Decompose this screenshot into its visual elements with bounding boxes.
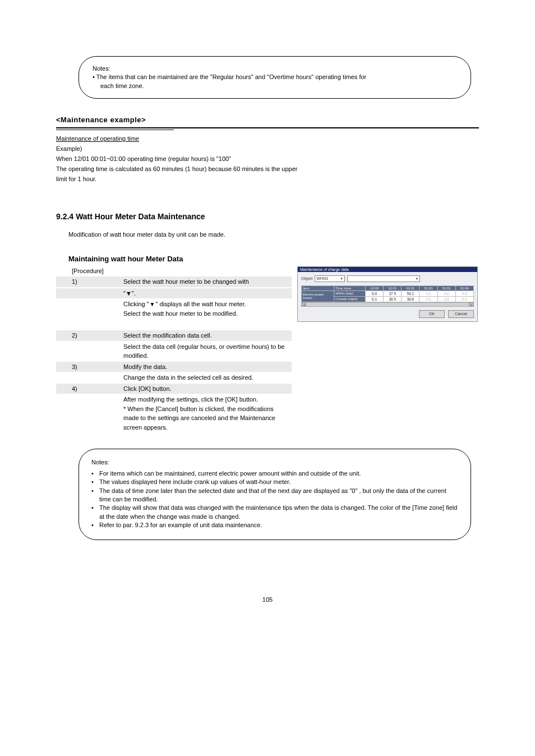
row-left2-0: Within (day) xyxy=(334,291,366,296)
notes-top-line1: • The items that can be maintained are t… xyxy=(93,73,457,81)
row-left-0: Electric power (case) xyxy=(302,291,334,302)
data-cell[interactable]: 0.0 xyxy=(419,296,437,302)
data-cell[interactable]: 0.0 xyxy=(437,296,455,302)
maintenance-example-line4: limit for 1 hour. xyxy=(56,175,479,184)
dialog-screenshot: Maintenance of charge data Object WHM1▼ … xyxy=(297,266,478,322)
data-cell[interactable]: 0.0 xyxy=(455,296,473,302)
step-4-heading: 4) Click [OK] button. xyxy=(56,384,292,394)
step-2-number: 2) xyxy=(56,331,123,340)
dialog-window: Maintenance of charge data Object WHM1▼ … xyxy=(297,266,478,322)
scroll-right-icon[interactable]: ▸ xyxy=(469,303,473,306)
section-title: Watt Hour Meter Data Maintenance xyxy=(76,212,205,221)
object-select[interactable]: WHM1▼ xyxy=(315,275,345,282)
step-3-number: 3) xyxy=(56,362,123,372)
maintenance-example-line1: Example) xyxy=(56,145,479,154)
notes-heading: Notes: xyxy=(93,64,457,73)
col-item: Item xyxy=(302,285,334,291)
table-row: Electric power (case) Within (day) 0.0 3… xyxy=(302,291,474,296)
step-3-text: Modify the data. xyxy=(123,362,292,372)
chevron-down-icon: ▼ xyxy=(415,277,418,280)
col-t1: 12:01 xyxy=(384,285,402,291)
notes-list: •For items which can be maintained, curr… xyxy=(91,469,458,530)
notes-item: •The data of time zone later than the se… xyxy=(91,487,458,504)
maintenance-example-title: Maintenance of operating time xyxy=(56,135,479,144)
object-select-2[interactable]: ▼ xyxy=(347,275,420,282)
col-t4: 01:01 xyxy=(437,285,455,291)
col-t0: 12:00 xyxy=(366,285,384,291)
data-cell[interactable]: 37.5 xyxy=(384,291,402,296)
dialog-titlebar: Maintenance of charge data xyxy=(298,267,477,272)
step-1-tri1: "▼". xyxy=(123,290,136,297)
step-4-line4: made to the settings are canceled and th… xyxy=(56,413,292,423)
notes-bottom-bubble: Notes: •For items which can be maintaine… xyxy=(79,449,471,540)
step-4-text: Click [OK] button. xyxy=(123,384,292,394)
step-1-line2: Clicking "▼" displays all the watt hour … xyxy=(56,299,292,309)
row-left2-1: Outside (night) xyxy=(334,296,366,302)
data-cell[interactable]: 0.1 xyxy=(366,296,384,302)
step-4-number: 4) xyxy=(56,384,123,394)
col-timezone: Time zone xyxy=(334,285,366,291)
page-root: Notes: • The items that can be maintaine… xyxy=(0,0,535,625)
chevron-down-icon: ▼ xyxy=(340,277,343,280)
step-1-heading-cont: "▼". xyxy=(56,288,292,299)
procedure-steps: [Procedure] 1) Select the watt hour mete… xyxy=(56,266,292,432)
maintenance-example-line3: The operating time is calculated as 60 m… xyxy=(56,165,479,174)
separator-thick xyxy=(56,127,479,128)
step-4-line5: screen appears. xyxy=(56,423,292,432)
step-4-line3: * When the [Cancel] button is clicked, t… xyxy=(56,404,292,414)
maintenance-example-block: Maintenance of operating time Example) W… xyxy=(56,135,479,184)
page-number: 105 xyxy=(56,596,479,603)
col-t3: 01:20 xyxy=(419,285,437,291)
step-3-line2: Change the data in the selected cell as … xyxy=(56,373,292,382)
table-header-row: Item Time zone 12:00 12:01 01:01 01:20 0… xyxy=(302,285,474,291)
section-number: 9.2.4 xyxy=(56,212,73,221)
data-cell[interactable]: 56.1 xyxy=(402,291,419,296)
step-3-heading: 3) Modify the data. xyxy=(56,362,292,372)
step-4-line2: After modifying the settings, click the … xyxy=(56,395,292,404)
dropdown-icon: ▼ xyxy=(149,300,155,308)
object-label: Object xyxy=(301,276,312,280)
separator-underline xyxy=(56,130,174,130)
step-2-text: Select the modification data cell. xyxy=(123,331,292,340)
data-cell[interactable]: 0.0 xyxy=(437,291,455,296)
ok-button[interactable]: OK xyxy=(419,310,445,318)
notes-item: •Refer to par. 9.2.3 for an example of u… xyxy=(91,521,458,529)
scroll-left-icon[interactable]: ◂ xyxy=(302,303,306,306)
maintenance-example-line2: When 12/01 00:01~01:00 operating time (r… xyxy=(56,155,479,164)
cancel-button[interactable]: Cancel xyxy=(448,310,474,318)
procedure-wrap: [Procedure] 1) Select the watt hour mete… xyxy=(56,266,479,432)
step-1-pre: Clicking " xyxy=(123,301,149,307)
notes-item: •The display will show that data was cha… xyxy=(91,504,458,521)
data-cell[interactable]: 30.5 xyxy=(384,296,402,302)
notes-top-bubble: Notes: • The items that can be maintaine… xyxy=(79,56,471,99)
notes-heading-bottom: Notes: xyxy=(91,458,458,467)
step-1-suf: " displays all the watt hour meter. xyxy=(155,301,246,307)
step-2-line2: Select the data cell (regular hours, or … xyxy=(56,342,292,361)
section-intro: Modification of watt hour meter data by … xyxy=(68,231,479,238)
data-cell[interactable]: 0.0 xyxy=(419,291,437,296)
step-2-heading: 2) Select the modification data cell. xyxy=(56,330,292,341)
col-t5: 01:04 xyxy=(455,285,473,291)
data-cell[interactable]: 0.0 xyxy=(455,291,473,296)
subsection-heading: Maintaining watt hour Meter Data xyxy=(68,255,479,263)
data-cell[interactable]: 0.0 xyxy=(366,291,384,296)
step-1-text: Select the watt hour meter to be changed… xyxy=(123,277,292,287)
procedure-label: [Procedure] xyxy=(56,266,292,276)
notes-item: •The values displayed here include crank… xyxy=(91,478,458,486)
step-1-heading: 1) Select the watt hour meter to be chan… xyxy=(56,276,292,287)
horizontal-scrollbar[interactable]: ◂ ▸ xyxy=(301,302,474,307)
maintenance-example-heading: <Maintenance example> xyxy=(56,116,479,124)
data-table: Item Time zone 12:00 12:01 01:01 01:20 0… xyxy=(301,285,474,302)
step-1-number: 1) xyxy=(56,277,123,287)
notes-item: •For items which can be maintained, curr… xyxy=(91,469,458,478)
notes-top-line2: each time zone. xyxy=(100,82,457,90)
section-heading: 9.2.4Watt Hour Meter Data Maintenance xyxy=(56,212,479,221)
step-1-line3: Select the watt hour meter to be modifie… xyxy=(56,309,292,319)
data-cell[interactable]: 30.6 xyxy=(402,296,419,302)
col-t2: 01:01 xyxy=(402,285,419,291)
